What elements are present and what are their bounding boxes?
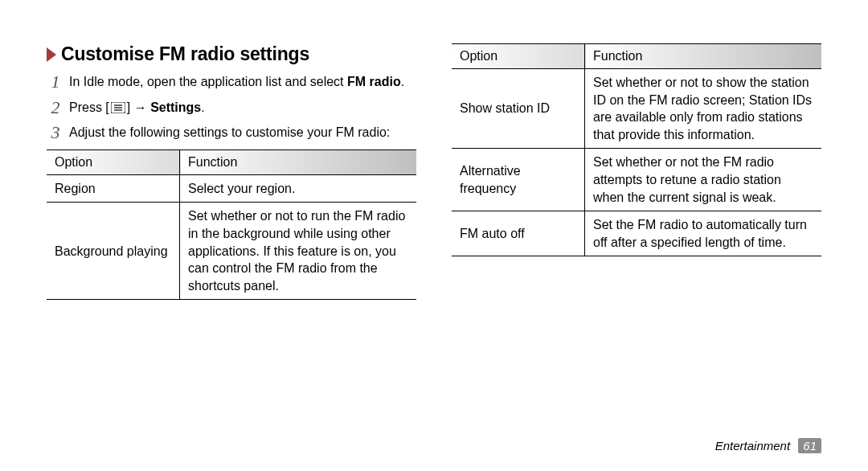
step-number: 1 (47, 70, 64, 94)
cell-function: Set the FM radio to automatically turn o… (585, 211, 822, 256)
header-function: Function (585, 44, 822, 69)
page-footer: Entertainment 61 (715, 438, 821, 453)
step-text-bold: FM radio (347, 75, 401, 88)
table-row: Background playing Set whether or not to… (47, 203, 416, 300)
header-option: Option (47, 149, 180, 174)
table-row: Alternative frequency Set whether or not… (452, 149, 821, 211)
footer-page-number: 61 (798, 438, 821, 453)
step-text-after-icon: ] → (127, 100, 150, 114)
table-row: Show station ID Set whether or not to sh… (452, 69, 821, 149)
step-text-pre: Adjust the following settings to customi… (69, 125, 390, 139)
cell-option: Background playing (47, 203, 180, 300)
header-function: Function (180, 149, 417, 174)
left-column: Customise FM radio settings 1 In Idle mo… (47, 43, 416, 300)
step-1: 1 In Idle mode, open the application lis… (47, 73, 416, 91)
step-text-post: . (401, 75, 404, 88)
step-2: 2 Press [] → Settings. (47, 99, 416, 117)
svg-marker-0 (47, 47, 56, 62)
options-table-2: Option Function Show station ID Set whet… (452, 43, 821, 256)
cell-function: Select your region. (180, 174, 417, 203)
table-header-row: Option Function (452, 44, 821, 69)
cell-function: Set whether or not the FM radio attempts… (585, 149, 822, 211)
footer-section-name: Entertainment (715, 439, 790, 453)
cell-option: Alternative frequency (452, 149, 585, 211)
cell-option: FM auto off (452, 211, 585, 256)
cell-option: Show station ID (452, 69, 585, 149)
cell-function: Set whether or not to show the station I… (585, 69, 822, 149)
table-header-row: Option Function (47, 149, 416, 174)
options-table-1: Option Function Region Select your regio… (47, 149, 416, 301)
cell-function: Set whether or not to run the FM radio i… (180, 203, 417, 300)
step-text-pre: In Idle mode, open the application list … (69, 75, 347, 88)
heading-text: Customise FM radio settings (61, 43, 309, 65)
two-column-layout: Customise FM radio settings 1 In Idle mo… (47, 43, 821, 300)
step-number: 3 (47, 121, 64, 145)
table-row: Region Select your region. (47, 174, 416, 203)
chevron-right-icon (47, 47, 56, 62)
step-number: 2 (47, 96, 64, 120)
right-column: Option Function Show station ID Set whet… (452, 43, 821, 300)
step-text-post: . (201, 100, 204, 114)
step-text-pre: Press [ (69, 100, 109, 114)
header-option: Option (452, 44, 585, 69)
table-row: FM auto off Set the FM radio to automati… (452, 211, 821, 256)
step-text-bold: Settings (150, 100, 201, 114)
cell-option: Region (47, 174, 180, 203)
manual-page: Customise FM radio settings 1 In Idle mo… (0, 0, 868, 471)
section-heading: Customise FM radio settings (47, 43, 416, 65)
step-3: 3 Adjust the following settings to custo… (47, 124, 416, 141)
menu-icon (111, 102, 125, 113)
steps-list: 1 In Idle mode, open the application lis… (47, 73, 416, 141)
